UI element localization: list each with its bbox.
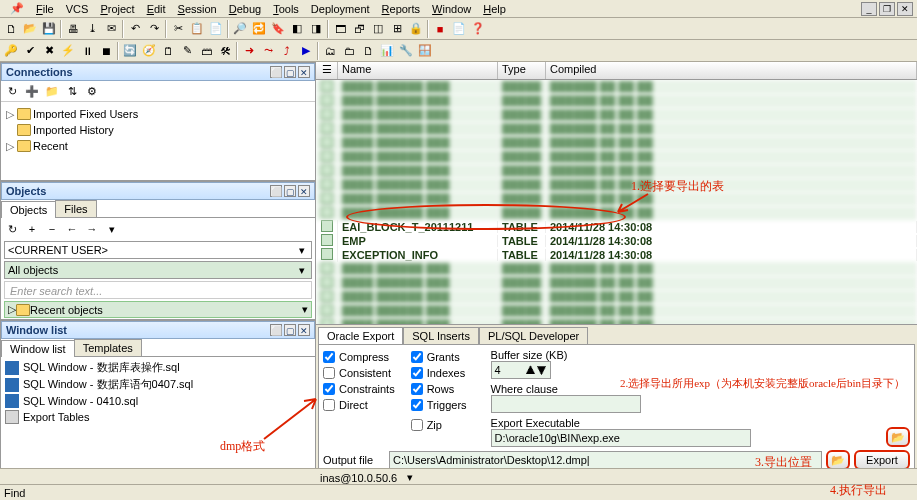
menu-debug[interactable]: Debug: [223, 3, 267, 15]
tool-bookmark-icon[interactable]: 🔖: [269, 20, 287, 38]
tool2-stop-icon[interactable]: ⏹: [97, 42, 115, 60]
table-row[interactable]: ████ ██████ ██████████████ ██ ██ ██: [316, 122, 917, 136]
tool2-edit-icon[interactable]: ✎: [178, 42, 196, 60]
obj-more-icon[interactable]: ▾: [103, 220, 121, 238]
tool-replace-icon[interactable]: 🔁: [250, 20, 268, 38]
tool2-explain-icon[interactable]: 🧭: [140, 42, 158, 60]
chk-grants[interactable]: [411, 351, 423, 363]
pane-min-icon[interactable]: ▢: [284, 324, 296, 336]
conn-refresh-icon[interactable]: ↻: [3, 82, 21, 100]
tool-red-icon[interactable]: ■: [431, 20, 449, 38]
table-row[interactable]: ████ ██████ ██████████████ ██ ██ ██: [316, 276, 917, 290]
tool-print-icon[interactable]: 🖶: [64, 20, 82, 38]
chk-indexes[interactable]: [411, 367, 423, 379]
expand-icon[interactable]: ▷: [8, 303, 16, 316]
conn-add-icon[interactable]: ➕: [23, 82, 41, 100]
tool-redo-icon[interactable]: ↷: [145, 20, 163, 38]
pin-icon[interactable]: 📌: [4, 2, 30, 15]
hdr-col-type[interactable]: Type: [498, 62, 546, 79]
mdi-restore-icon[interactable]: ❐: [879, 2, 895, 16]
exe-browse-button[interactable]: 📂: [886, 427, 910, 447]
menu-reports[interactable]: Reports: [376, 3, 427, 15]
table-row[interactable]: ████ ██████ ██████████████ ██ ██ ██: [316, 108, 917, 122]
tab-objects[interactable]: Objects: [1, 201, 56, 218]
tool2-rollback-icon[interactable]: ✖: [40, 42, 58, 60]
tool2-misc2-icon[interactable]: 🗀: [340, 42, 358, 60]
menu-deployment[interactable]: Deployment: [305, 3, 376, 15]
tab-sql-inserts[interactable]: SQL Inserts: [403, 327, 479, 344]
menu-window[interactable]: Window: [426, 3, 477, 15]
recent-objects-row[interactable]: ▷ Recent objects ▾: [4, 301, 312, 318]
chk-direct[interactable]: [323, 399, 335, 411]
chk-constraints[interactable]: [323, 383, 335, 395]
buffer-input[interactable]: 4: [495, 364, 501, 376]
table-row[interactable]: ████ ██████ ██████████████ ██ ██ ██: [316, 304, 917, 318]
tool2-misc6-icon[interactable]: 🪟: [416, 42, 434, 60]
tab-templates[interactable]: Templates: [74, 339, 142, 356]
obj-refresh-icon[interactable]: ↻: [3, 220, 21, 238]
tool-grid-icon[interactable]: ⊞: [388, 20, 406, 38]
tool2-misc4-icon[interactable]: 📊: [378, 42, 396, 60]
tool2-stepin-icon[interactable]: ➜: [240, 42, 258, 60]
grid-body[interactable]: ████ ██████ ██████████████ ██ ██ ██████ …: [316, 80, 917, 324]
pane-pin-icon[interactable]: ⬜: [270, 66, 282, 78]
tool2-misc1-icon[interactable]: 🗂: [321, 42, 339, 60]
export-button[interactable]: Export: [854, 450, 910, 470]
tool-export-icon[interactable]: ⤓: [83, 20, 101, 38]
menu-vcs[interactable]: VCS: [60, 3, 95, 15]
obj-minus-icon[interactable]: −: [43, 220, 61, 238]
tool2-commit-icon[interactable]: ✔: [21, 42, 39, 60]
tool-cascade-icon[interactable]: 🗗: [350, 20, 368, 38]
pane-min-icon[interactable]: ▢: [284, 185, 296, 197]
tool-lock-icon[interactable]: 🔒: [407, 20, 425, 38]
table-row[interactable]: ████ ██████ ██████████████ ██ ██ ██: [316, 178, 917, 192]
table-row[interactable]: ████ ██████ ██████████████ ██ ██ ██: [316, 262, 917, 276]
conn-sort-icon[interactable]: ⇅: [63, 82, 81, 100]
hdr-col-compiled[interactable]: Compiled: [546, 62, 917, 79]
obj-back-icon[interactable]: ←: [63, 220, 81, 238]
chk-compress[interactable]: [323, 351, 335, 363]
tool2-stepover-icon[interactable]: ⤳: [259, 42, 277, 60]
table-row[interactable]: EAI_BLOCK_T_20111211TABLE2014/11/28 14:3…: [316, 220, 917, 234]
tool2-session-icon[interactable]: 🔑: [2, 42, 20, 60]
table-row[interactable]: ████ ██████ ██████████████ ██ ██ ██: [316, 192, 917, 206]
tool2-stepout-icon[interactable]: ⤴: [278, 42, 296, 60]
tree-item[interactable]: Imported History: [33, 124, 114, 136]
tool-open-icon[interactable]: 📂: [21, 20, 39, 38]
outfile-browse-button[interactable]: 📂: [826, 450, 850, 470]
pane-close-icon[interactable]: ✕: [298, 324, 310, 336]
tool2-query-icon[interactable]: 🗒: [159, 42, 177, 60]
tool2-exec-icon[interactable]: ⚡: [59, 42, 77, 60]
menu-tools[interactable]: Tools: [267, 3, 305, 15]
table-row[interactable]: ████ ██████ ██████████████ ██ ██ ██: [316, 318, 917, 324]
conn-config-icon[interactable]: ⚙: [83, 82, 101, 100]
winlist-item[interactable]: SQL Window - 数据库表操作.sql: [23, 360, 180, 375]
mdi-minimize-icon[interactable]: _: [861, 2, 877, 16]
objects-search[interactable]: Enter search text...: [4, 281, 312, 299]
tool-cut-icon[interactable]: ✂: [169, 20, 187, 38]
tool-save-icon[interactable]: 💾: [40, 20, 58, 38]
chevron-down-icon[interactable]: ▾: [302, 303, 308, 316]
tool-doc-icon[interactable]: 📄: [450, 20, 468, 38]
table-row[interactable]: ████ ██████ ██████████████ ██ ██ ██: [316, 136, 917, 150]
exe-input[interactable]: D:\oracle10g\BIN\exp.exe: [491, 429, 751, 447]
menu-edit[interactable]: Edit: [141, 3, 172, 15]
table-row[interactable]: ████ ██████ ██████████████ ██ ██ ██: [316, 150, 917, 164]
spin-icon[interactable]: ⯅⯆: [525, 364, 547, 376]
tool-find-icon[interactable]: 🔎: [231, 20, 249, 38]
tree-item[interactable]: Recent: [33, 140, 68, 152]
filter-combo[interactable]: All objects▾: [4, 261, 312, 279]
table-row[interactable]: ████ ██████ ██████████████ ██ ██ ██: [316, 164, 917, 178]
tab-files[interactable]: Files: [55, 200, 96, 217]
tool2-misc5-icon[interactable]: 🔧: [397, 42, 415, 60]
tab-windowlist[interactable]: Window list: [1, 340, 75, 357]
chk-rows[interactable]: [411, 383, 423, 395]
tool-maximize-icon[interactable]: 🗖: [331, 20, 349, 38]
winlist-item[interactable]: SQL Window - 数据库语句0407.sql: [23, 377, 193, 392]
obj-fwd-icon[interactable]: →: [83, 220, 101, 238]
table-row[interactable]: ████ ██████ ██████████████ ██ ██ ██: [316, 290, 917, 304]
tool-copy-icon[interactable]: 📋: [188, 20, 206, 38]
hdr-col-name[interactable]: Name: [338, 62, 498, 79]
pane-pin-icon[interactable]: ⬜: [270, 324, 282, 336]
tool-new-icon[interactable]: 🗋: [2, 20, 20, 38]
